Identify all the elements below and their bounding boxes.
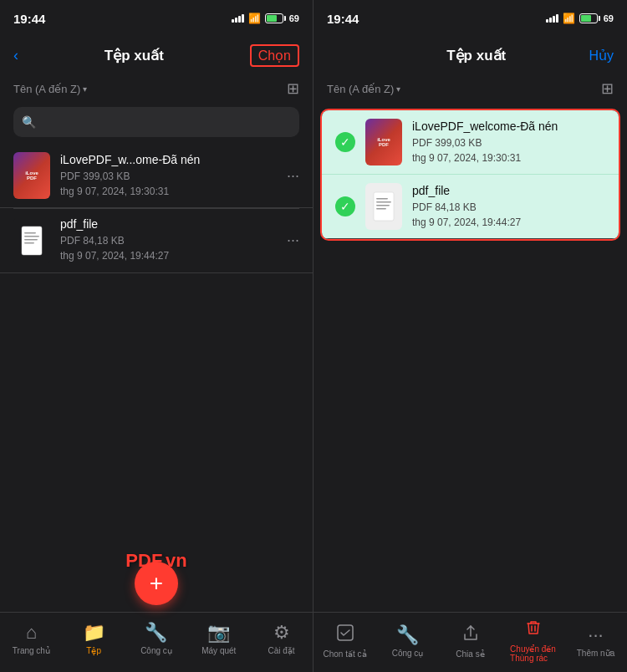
tab-settings-left[interactable]: ⚙ Cài đặt xyxy=(250,622,313,655)
file-item-1-left[interactable]: iLovePDF iLovePDF_w...ome-Đã nén PDF 399… xyxy=(0,144,313,208)
status-icons-left: 📶 69 xyxy=(232,13,299,24)
file-thumb-2-right xyxy=(365,183,402,230)
spacer-right xyxy=(314,246,627,612)
file-thumb-1-left: iLovePDF xyxy=(13,152,50,199)
nav-title-left: Tệp xuất xyxy=(104,47,164,64)
selected-files-highlight: ✓ iLovePDF iLovePDF_welcome-Đã nén PDF 3… xyxy=(320,109,620,241)
search-input-wrap-left[interactable]: 🔍 xyxy=(13,107,299,137)
share-label-right: Chia sẻ xyxy=(456,649,484,659)
tab-scanner-left[interactable]: 📷 Máy quét xyxy=(187,622,250,655)
select-all-icon-right xyxy=(336,624,354,647)
svg-rect-10 xyxy=(338,625,353,640)
thumb-pdf-2-right xyxy=(365,183,402,230)
tab-share-right[interactable]: Chia sẻ xyxy=(439,624,502,659)
checkmark-1-right: ✓ xyxy=(335,132,355,152)
nav-bar-right: Tệp xuất Hủy xyxy=(314,37,627,74)
sort-bar-right: Tên (A đến Z) ▾ ⊞ xyxy=(314,74,627,104)
tab-tools-right[interactable]: 🔧 Công cụ xyxy=(376,624,439,658)
file-more-1-left[interactable]: ··· xyxy=(287,167,299,185)
select-button-left[interactable]: Chọn xyxy=(250,44,299,67)
tools-icon-right: 🔧 xyxy=(396,624,419,646)
checkmark-2-right: ✓ xyxy=(335,196,355,216)
file-info-2-right: pdf_file PDF 84,18 KBthg 9 07, 2024, 19:… xyxy=(412,184,605,230)
sort-label-right[interactable]: Tên (A đến Z) ▾ xyxy=(327,83,400,95)
left-panel: 19:44 📶 69 ‹ Tệp xuất Chọn Tên (A đến Z)… xyxy=(0,0,314,672)
tab-bar-left: ⌂ Trang chủ 📁 Tệp 🔧 Công cụ 📷 Máy quét ⚙… xyxy=(0,612,313,672)
back-button-left[interactable]: ‹ xyxy=(13,47,18,64)
battery-percent: 69 xyxy=(289,13,299,23)
home-label-left: Trang chủ xyxy=(13,646,50,655)
fab-button-left[interactable]: + xyxy=(135,562,178,605)
thumb-pdf-2 xyxy=(13,217,50,264)
sort-chevron-right: ▾ xyxy=(396,84,400,94)
svg-rect-5 xyxy=(374,192,394,221)
trash-label-right: Chuyển đếnThùng rác xyxy=(510,644,556,663)
status-time-left: 19:44 xyxy=(13,12,45,26)
file-info-1-right: iLovePDF_welcome-Đã nén PDF 399,03 KBthg… xyxy=(412,120,605,165)
tools-icon-left: 🔧 xyxy=(145,622,167,644)
sort-bar-left: Tên (A đến Z) ▾ ⊞ xyxy=(0,74,313,104)
file-meta-2-left: PDF 84,18 KBthg 9 07, 2024, 19:44:27 xyxy=(60,233,277,263)
signal-icon xyxy=(232,14,244,23)
share-icon-right xyxy=(461,624,480,647)
tab-tools-left[interactable]: 🔧 Công cụ xyxy=(125,622,188,655)
file-item-1-right[interactable]: ✓ iLovePDF iLovePDF_welcome-Đã nén PDF 3… xyxy=(322,110,619,175)
file-more-2-left[interactable]: ··· xyxy=(287,232,299,249)
tab-select-all-right[interactable]: Chon tất cả xyxy=(314,624,376,659)
nav-title-right: Tệp xuất xyxy=(446,47,506,64)
grid-view-button-right[interactable]: ⊞ xyxy=(601,79,614,98)
battery-icon-right xyxy=(579,13,598,23)
sort-label-left[interactable]: Tên (A đến Z) ▾ xyxy=(13,83,87,95)
file-name-2-right: pdf_file xyxy=(412,184,605,197)
settings-icon-left: ⚙ xyxy=(273,622,290,644)
file-info-2-left: pdf_file PDF 84,18 KBthg 9 07, 2024, 19:… xyxy=(60,217,277,263)
tab-trash-right[interactable]: Chuyển đếnThùng rác xyxy=(502,619,564,663)
cancel-button-right[interactable]: Hủy xyxy=(589,48,614,64)
svg-rect-8 xyxy=(376,205,390,206)
tab-more-right[interactable]: ··· Thêm nữa xyxy=(564,624,627,658)
more-label-right: Thêm nữa xyxy=(577,649,614,658)
scanner-icon-left: 📷 xyxy=(207,622,230,644)
file-name-1-right: iLovePDF_welcome-Đã nén xyxy=(412,120,605,133)
battery-icon xyxy=(265,13,283,23)
grid-view-button-left[interactable]: ⊞ xyxy=(287,79,299,98)
file-item-2-right[interactable]: ✓ pdf_file PDF 84,18 K xyxy=(322,175,619,239)
status-icons-right: 📶 69 xyxy=(546,13,614,24)
svg-rect-7 xyxy=(376,201,391,203)
trash-icon-right xyxy=(524,619,543,642)
status-bar-right: 19:44 📶 69 xyxy=(314,0,627,37)
home-icon-left: ⌂ xyxy=(26,622,37,644)
svg-rect-4 xyxy=(24,242,34,244)
file-meta-1-right: PDF 399,03 KBthg 9 07, 2024, 19:30:31 xyxy=(412,135,605,165)
file-list-left: iLovePDF iLovePDF_w...ome-Đã nén PDF 399… xyxy=(0,144,313,612)
file-thumb-1-right: iLovePDF xyxy=(365,119,402,165)
wifi-icon-right: 📶 xyxy=(563,13,575,24)
status-time-right: 19:44 xyxy=(327,12,359,26)
thumb-ilovepdf-1-right: iLovePDF xyxy=(365,119,402,165)
svg-rect-9 xyxy=(376,208,386,210)
file-meta-2-right: PDF 84,18 KBthg 9 07, 2024, 19:44:27 xyxy=(412,200,605,230)
more-icon-right: ··· xyxy=(588,624,603,646)
search-bar-left: 🔍 xyxy=(0,104,313,144)
file-item-2-left[interactable]: pdf_file PDF 84,18 KBthg 9 07, 2024, 19:… xyxy=(0,209,313,273)
tab-home-left[interactable]: ⌂ Trang chủ xyxy=(0,622,63,655)
scanner-label-left: Máy quét xyxy=(201,646,236,655)
tab-bar-right: Chon tất cả 🔧 Công cụ Chia sẻ xyxy=(314,612,627,672)
svg-rect-0 xyxy=(22,227,42,255)
svg-rect-2 xyxy=(24,236,39,237)
files-label-left: Tệp xyxy=(86,646,101,655)
signal-icon-right xyxy=(546,14,558,23)
select-all-label-right: Chon tất cả xyxy=(323,649,366,659)
nav-bar-left: ‹ Tệp xuất Chọn xyxy=(0,37,313,74)
file-name-1-left: iLovePDF_w...ome-Đã nén xyxy=(60,153,277,166)
svg-rect-3 xyxy=(24,239,38,241)
battery-percent-right: 69 xyxy=(604,13,614,23)
file-info-1-left: iLovePDF_w...ome-Đã nén PDF 399,03 KBthg… xyxy=(60,153,277,199)
status-bar-left: 19:44 📶 69 xyxy=(0,0,313,37)
thumb-ilovepdf-1: iLovePDF xyxy=(13,152,50,199)
tab-files-left[interactable]: 📁 Tệp xyxy=(63,622,125,655)
svg-rect-6 xyxy=(376,198,388,200)
file-meta-1-left: PDF 399,03 KBthg 9 07, 2024, 19:30:31 xyxy=(60,169,277,199)
file-name-2-left: pdf_file xyxy=(60,217,277,231)
files-icon-left: 📁 xyxy=(83,622,105,644)
